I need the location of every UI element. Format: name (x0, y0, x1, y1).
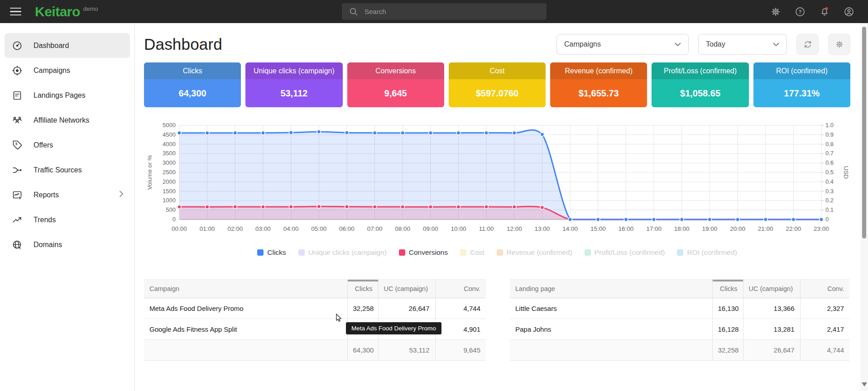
legend-item-revenue-confirmed[interactable]: Revenue (confirmed) (497, 248, 572, 257)
svg-text:17:00: 17:00 (646, 225, 662, 232)
table-row[interactable]: Little Caesars16,13013,3662,327 (510, 298, 849, 319)
sidebar-item-label: Trends (34, 216, 56, 224)
stat-card-label: Cost (449, 62, 546, 79)
svg-text:01:00: 01:00 (200, 225, 215, 232)
svg-text:00:00: 00:00 (172, 225, 187, 232)
legend-label: Clicks (267, 248, 286, 257)
svg-text:500: 500 (166, 206, 176, 213)
legend-item-unique-clicks-campaign[interactable]: Unique clicks (campaign) (298, 248, 387, 257)
stat-cards-row: Clicks 64,300Unique clicks (campaign) 53… (144, 62, 850, 107)
svg-text:USD: USD (843, 166, 849, 179)
svg-text:19:00: 19:00 (702, 225, 717, 232)
svg-text:1.0: 1.0 (825, 122, 834, 129)
stat-card-cost: Cost $597.0760 (449, 62, 546, 107)
column-header-clicks[interactable]: Clicks (347, 280, 378, 298)
row-value-cell: 4,901 (435, 319, 486, 340)
stat-card-label: Clicks (144, 62, 241, 79)
column-header-conv[interactable]: Conv. (435, 280, 486, 298)
column-header-uc-campaign[interactable]: UC (campaign) (743, 280, 800, 298)
user-account-icon[interactable] (844, 6, 854, 17)
settings-icon[interactable] (770, 6, 781, 17)
sidebar-item-affiliate-networks[interactable]: Affiliate Networks (5, 108, 130, 133)
table-row[interactable]: Papa Johns16,12813,2812,417 (510, 319, 849, 340)
legend-item-conversions[interactable]: Conversions (399, 248, 448, 257)
svg-text:11:00: 11:00 (479, 225, 494, 232)
grouping-select[interactable]: Campaigns (556, 34, 689, 55)
chart-section: 00:0001:0002:0003:0004:0005:0006:0007:00… (144, 120, 850, 257)
stat-card-value: 9,645 (347, 79, 444, 107)
stat-card-value: 53,112 (245, 79, 342, 107)
campaigns-icon (12, 65, 24, 76)
notifications-bell-icon[interactable] (819, 6, 830, 17)
svg-text:23:00: 23:00 (814, 225, 829, 232)
column-header-campaign[interactable]: Campaign (144, 280, 347, 298)
row-value-cell: 13,281 (743, 319, 800, 340)
totals-cell: 4,744 (800, 340, 849, 361)
svg-text:0.1: 0.1 (825, 206, 834, 213)
domains-icon (12, 239, 24, 250)
traffic-sources-icon (12, 165, 24, 176)
svg-text:$: $ (15, 141, 18, 145)
chevron-down-icon (773, 40, 779, 48)
sidebar-item-reports[interactable]: Reports (5, 182, 130, 207)
refresh-button[interactable] (796, 34, 819, 55)
sidebar-item-label: Dashboard (34, 42, 69, 50)
row-name-cell: Little Caesars (510, 298, 712, 319)
page-title: Dashboard (144, 35, 222, 53)
legend-item-clicks[interactable]: Clicks (257, 248, 286, 257)
table-row[interactable]: Meta Ads Food Delivery Promo32,25826,647… (144, 298, 486, 319)
column-header-clicks[interactable]: Clicks (712, 280, 743, 298)
reports-icon (12, 190, 24, 200)
menu-toggle-icon[interactable] (10, 5, 21, 18)
svg-text:2000: 2000 (163, 178, 176, 185)
sidebar-item-label: Affiliate Networks (34, 116, 89, 124)
chevron-down-icon (675, 40, 681, 48)
sidebar-item-traffic-sources[interactable]: Traffic Sources (5, 157, 130, 182)
logo-suffix: demo (83, 5, 98, 12)
sidebar-item-offers[interactable]: $ Offers (5, 133, 130, 157)
scrollbar-thumb[interactable] (862, 27, 866, 238)
column-header-landing-page[interactable]: Landing page (510, 280, 712, 298)
stat-card-value: 177.31% (753, 79, 850, 107)
legend-item-profit-loss-confirmed[interactable]: Profit/Loss (confirmed) (585, 248, 665, 257)
column-header-uc-campaign[interactable]: UC (campaign) (378, 280, 435, 298)
scrollbar-down-arrow[interactable] (862, 382, 867, 389)
totals-row: 32,25826,6474,744 (510, 340, 849, 361)
chevron-right-icon (119, 191, 124, 199)
search-icon (348, 6, 359, 17)
svg-text:4500: 4500 (163, 131, 176, 138)
svg-text:15:00: 15:00 (590, 225, 606, 232)
legend-label: Cost (470, 248, 484, 257)
row-value-cell: 13,366 (743, 298, 800, 319)
date-range-select[interactable]: Today (698, 34, 787, 55)
totals-cell: 26,647 (743, 340, 800, 361)
legend-item-roi-confirmed[interactable]: ROI (confirmed) (677, 248, 737, 257)
column-header-conv[interactable]: Conv. (800, 280, 849, 298)
legend-item-cost[interactable]: Cost (460, 248, 484, 257)
stat-card-value: 64,300 (144, 79, 241, 107)
svg-text:18:00: 18:00 (674, 225, 690, 232)
sidebar-item-trends[interactable]: Trends (5, 207, 130, 232)
svg-text:4000: 4000 (163, 141, 176, 148)
legend-swatch (298, 249, 305, 256)
sidebar-item-domains[interactable]: Domains (5, 232, 130, 257)
sidebar-item-label: Landings Pages (34, 91, 86, 100)
sidebar-item-dashboard[interactable]: Dashboard (5, 33, 130, 58)
stat-card-value: $1,058.65 (652, 79, 748, 107)
stat-card-unique-clicks-campaign: Unique clicks (campaign) 53,112 (245, 62, 342, 107)
svg-text:0.3: 0.3 (825, 188, 834, 195)
sidebar-nav: Dashboard Campaigns Landings Pages Affil… (0, 23, 135, 391)
help-icon[interactable]: ? (795, 6, 806, 17)
search-input[interactable] (364, 8, 528, 15)
sidebar-item-label: Offers (34, 141, 53, 149)
svg-text:5000: 5000 (163, 122, 176, 129)
stat-card-label: Unique clicks (campaign) (245, 62, 342, 79)
dashboard-settings-button[interactable] (828, 34, 850, 55)
stat-card-label: Profit/Loss (confirmed) (652, 62, 748, 79)
totals-cell (510, 340, 712, 361)
svg-text:16:00: 16:00 (619, 225, 634, 232)
totals-cell: 32,258 (712, 340, 743, 361)
sidebar-item-landings-pages[interactable]: Landings Pages (5, 83, 130, 108)
sidebar-item-campaigns[interactable]: Campaigns (5, 58, 130, 83)
stat-card-revenue-confirmed: Revenue (confirmed) $1,655.73 (550, 62, 647, 107)
